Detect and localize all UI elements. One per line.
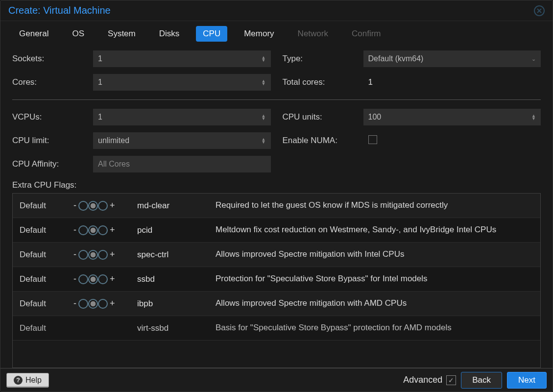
tab-network: Network [291, 26, 335, 42]
vcpus-label: VCPUs: [12, 112, 93, 122]
flag-state: Default [20, 201, 73, 211]
flag-row: Default - + ibpb Allows improved Spectre… [13, 292, 540, 316]
flag-row: Default - + spec-ctrl Allows improved Sp… [13, 243, 540, 267]
row-sockets: Sockets: 1 ▲▼ [12, 50, 271, 67]
spinner-icon[interactable]: ▲▼ [531, 114, 536, 120]
window-title: Create: Virtual Machine [8, 5, 111, 16]
flag-tristate-toggle[interactable]: - + [73, 298, 137, 309]
spinner-icon[interactable]: ▲▼ [262, 56, 266, 62]
enable-numa-checkbox[interactable] [368, 135, 377, 144]
row-cores: Cores: 1 ▲▼ [12, 74, 271, 91]
flag-state: Default [20, 250, 73, 260]
type-label: Type: [283, 54, 363, 64]
flag-tristate-toggle[interactable]: - + [73, 249, 137, 260]
spinner-icon[interactable]: ▲▼ [262, 79, 266, 85]
flag-desc: Protection for "Speculative Store Bypass… [216, 273, 533, 285]
flag-state: Default [20, 299, 73, 309]
flag-state: Default [20, 225, 73, 235]
cpu-units-input[interactable]: 100 ▲▼ [363, 109, 541, 125]
close-icon[interactable] [534, 5, 545, 16]
flag-row: Default - + ssbd Protection for "Specula… [13, 267, 540, 292]
dialog-footer: ? Help Advanced ✓ Back Next [0, 368, 553, 392]
row-cpu-units: CPU units: 100 ▲▼ [283, 109, 541, 125]
back-button[interactable]: Back [461, 372, 502, 389]
spinner-icon[interactable]: ▲▼ [262, 114, 266, 120]
chevron-down-icon: ⌄ [531, 56, 536, 62]
total-cores-label: Total cores: [283, 77, 363, 87]
advanced-toggle[interactable]: Advanced ✓ [403, 375, 456, 385]
flag-name: ibpb [137, 299, 216, 309]
flag-name: ssbd [137, 274, 216, 284]
row-total-cores: Total cores: 1 [283, 74, 541, 91]
type-dropdown[interactable]: Default (kvm64) ⌄ [363, 50, 541, 67]
sockets-label: Sockets: [12, 54, 93, 64]
content-area: Sockets: 1 ▲▼ Type: Default (kvm64) ⌄ Co… [0, 48, 553, 368]
flag-tristate-toggle[interactable]: - + [73, 225, 137, 235]
cpu-affinity-label: CPU Affinity: [12, 159, 93, 169]
row-cpu-limit: CPU limit: unlimited ▲▼ [12, 132, 271, 149]
flag-tristate-toggle[interactable]: - + [73, 274, 137, 284]
help-icon: ? [14, 376, 23, 385]
tab-system[interactable]: System [101, 26, 143, 42]
titlebar: Create: Virtual Machine [0, 0, 553, 21]
flag-row: Default - + md-clear Required to let the… [13, 194, 540, 218]
tab-memory[interactable]: Memory [237, 26, 281, 42]
row-enable-numa: Enable NUMA: [283, 132, 541, 149]
flag-state: Default [20, 323, 73, 333]
cpu-limit-label: CPU limit: [12, 136, 93, 146]
flag-name: md-clear [137, 201, 216, 211]
row-type: Type: Default (kvm64) ⌄ [283, 50, 541, 67]
total-cores-value: 1 [363, 77, 373, 87]
create-vm-dialog: Create: Virtual Machine General OS Syste… [0, 0, 553, 392]
row-vcpus: VCPUs: 1 ▲▼ [12, 109, 271, 125]
cores-label: Cores: [12, 77, 93, 87]
cpu-flags-table[interactable]: Default - + md-clear Required to let the… [12, 193, 541, 368]
tab-disks[interactable]: Disks [152, 26, 187, 42]
tab-confirm: Confirm [345, 26, 388, 42]
cpu-limit-input[interactable]: unlimited ▲▼ [93, 132, 271, 149]
wizard-tabs: General OS System Disks CPU Memory Netwo… [0, 21, 553, 48]
extra-cpu-flags-title: Extra CPU Flags: [12, 180, 541, 190]
enable-numa-label: Enable NUMA: [283, 136, 363, 146]
row-cpu-affinity: CPU Affinity: All Cores [12, 156, 271, 172]
flag-name: virt-ssbd [137, 323, 216, 333]
flag-state: Default [20, 274, 73, 284]
cpu-affinity-input[interactable]: All Cores [93, 156, 271, 172]
divider [12, 99, 541, 100]
tab-os[interactable]: OS [65, 26, 91, 42]
advanced-checkbox[interactable]: ✓ [446, 375, 456, 385]
flag-name: pcid [137, 225, 216, 235]
flag-desc: Required to let the guest OS know if MDS… [216, 200, 533, 211]
flag-desc: Basis for "Speculative Store Bypass" pro… [216, 322, 533, 334]
spinner-icon[interactable]: ▲▼ [262, 138, 266, 144]
flag-row: Default - + pcid Meltdown fix cost reduc… [13, 218, 540, 243]
flag-name: spec-ctrl [137, 250, 216, 260]
flag-desc: Meltdown fix cost reduction on Westmere,… [216, 224, 533, 236]
cpu-units-label: CPU units: [283, 112, 363, 122]
next-button[interactable]: Next [507, 372, 547, 389]
tab-cpu[interactable]: CPU [196, 26, 227, 42]
flag-desc: Allows improved Spectre mitigation with … [216, 298, 533, 309]
flag-tristate-toggle[interactable]: - + [73, 200, 137, 211]
help-button[interactable]: ? Help [6, 373, 49, 388]
sockets-input[interactable]: 1 ▲▼ [93, 50, 271, 67]
vcpus-input[interactable]: 1 ▲▼ [93, 109, 271, 125]
flag-desc: Allows improved Spectre mitigation with … [216, 249, 533, 260]
cores-input[interactable]: 1 ▲▼ [93, 74, 271, 91]
tab-general[interactable]: General [12, 26, 55, 42]
flag-row: Default - + virt-ssbd Basis for "Specula… [13, 316, 540, 341]
